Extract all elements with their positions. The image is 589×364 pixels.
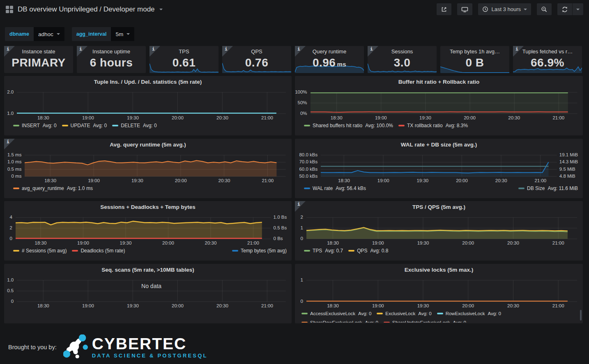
- info-fold: [368, 46, 378, 57]
- navbar: DB overview Unprivileged / Developer mod…: [0, 0, 589, 18]
- panel-info-icon[interactable]: i: [513, 46, 524, 57]
- chart-panel-query-runtime: iAvg. query runtime (5m avg.)1.5 ms1.0 m…: [4, 139, 292, 198]
- legend-item-wal-rate[interactable]: WAL rateAvg: 56.4 kBs: [304, 184, 366, 193]
- x-axis-tick: 21:00: [243, 240, 263, 245]
- stat-value: 0.76: [222, 56, 291, 69]
- chart-panel-tuple-stats: Tuple Ins. / Upd. / Del. statistics (5m …: [4, 76, 292, 135]
- panel-info-icon[interactable]: i: [222, 46, 233, 57]
- legend-query-runtime: avg_query_runtimeAvg: 1.0 ms: [13, 184, 286, 193]
- plot-area-tuple-stats[interactable]: [17, 92, 286, 114]
- plot-area-query-runtime[interactable]: [25, 155, 286, 177]
- legend-item-temp-bytes-5m-avg[interactable]: Temp bytes (5m avg): [232, 248, 287, 254]
- x-axis-tick: 18:30: [33, 115, 53, 120]
- chart-title-tps-qps[interactable]: TPS / QPS (5m avg.): [295, 204, 583, 210]
- dashboards-grid-icon[interactable]: [6, 6, 13, 13]
- title-caret-icon[interactable]: [159, 9, 163, 10]
- legend-series-name: TPS: [313, 246, 322, 255]
- zoom-out-icon: [541, 6, 548, 13]
- legend-item-deadlocks-5m-rate[interactable]: Deadlocks (5m rate): [72, 246, 125, 255]
- x-axis-tick: 19:30: [413, 303, 433, 308]
- legend-item-db-size[interactable]: DB SizeAvg: 11.6 MiB: [518, 185, 578, 191]
- x-axis-tick: 21:00: [531, 178, 550, 183]
- x-axis-tick: 20:30: [201, 240, 221, 245]
- legend-scrollbar[interactable]: [580, 310, 582, 321]
- panel-info-icon[interactable]: i: [368, 46, 378, 57]
- stat-panel-tps: iTPS0.61: [150, 46, 219, 73]
- panel-info-icon[interactable]: i: [295, 46, 306, 57]
- legend-item-insert[interactable]: INSERTAvg: 0: [13, 121, 57, 130]
- plot-area-buffer-hit[interactable]: [311, 92, 577, 114]
- legend-item-tx-rollback-ratio[interactable]: TX rollback ratioAvg: 8.3%: [398, 121, 468, 130]
- cybertec-molecule-icon: [63, 334, 88, 360]
- legend-item-rowexclusivelock[interactable]: RowExclusiveLockAvg: 0: [437, 309, 501, 318]
- chart-panel-locks: Exclusive locks (5m max.)1018:3019:0019:…: [295, 264, 583, 323]
- series-swatch-icon: [304, 250, 310, 252]
- panel-info-icon[interactable]: i: [4, 46, 15, 57]
- y-axis-tick: 1.0: [4, 111, 14, 116]
- info-fold: [295, 46, 306, 57]
- legend-item-sessions-5m-avg[interactable]: # Sessions (5m avg): [13, 246, 67, 255]
- legend-item-sharerowexclusivelock[interactable]: ShareRowExclusiveLockAvg: 0: [301, 318, 378, 323]
- info-fold: [295, 201, 306, 212]
- variable-dbname-value[interactable]: adhoc: [34, 27, 64, 41]
- panel-info-icon[interactable]: i: [77, 46, 87, 57]
- y-axis-tick: 0 ms: [4, 174, 21, 179]
- legend-item-update[interactable]: UPDATEAvg: 0: [62, 121, 107, 130]
- chart-panel-tps-qps: iTPS / QPS (5m avg.)21018:3019:0019:3020…: [295, 201, 583, 261]
- legend-item-qps[interactable]: QPSAvg: 0.8: [348, 246, 388, 255]
- x-axis-tick: 20:00: [168, 303, 187, 308]
- zoom-out-button[interactable]: [537, 3, 552, 15]
- legend-series-name: QPS: [357, 246, 367, 255]
- stat-value: 0 B: [440, 56, 509, 69]
- chart-title-wal-rate[interactable]: WAL rate + DB size (5m avg.): [295, 142, 583, 148]
- info-i-glyph: i: [297, 201, 300, 207]
- y-axis-tick: 0.5: [4, 288, 14, 293]
- stat-panel-instance-uptime: iInstance uptime6 hours: [77, 46, 146, 73]
- legend-item-exclusivelock[interactable]: ExclusiveLockAvg: 0: [377, 309, 431, 318]
- chart-title-locks[interactable]: Exclusive locks (5m max.): [295, 267, 583, 273]
- series-swatch-icon: [13, 125, 19, 126]
- x-axis-tick: 18:30: [323, 303, 343, 308]
- panel-info-icon[interactable]: i: [4, 139, 15, 149]
- x-axis-tick: 20:00: [458, 240, 478, 245]
- variable-agg-interval-value[interactable]: 5m: [111, 27, 134, 41]
- y-axis-right-tick: 1.0 Bs: [274, 215, 292, 220]
- legend-tps-qps: TPSAvg: 0.7QPSAvg: 0.8: [304, 246, 577, 255]
- panel-info-icon[interactable]: i: [150, 46, 160, 57]
- legend-series-name: INSERT: [22, 121, 40, 130]
- plot-area-sessions[interactable]: [16, 217, 271, 240]
- refresh-interval-dropdown[interactable]: [572, 3, 583, 15]
- y-axis-tick: 0: [4, 299, 14, 304]
- legend-series-name: RowExclusiveLock: [446, 309, 485, 318]
- share-button[interactable]: [437, 3, 451, 15]
- x-axis-tick: 20:30: [491, 178, 511, 183]
- legend-item-delete[interactable]: DELETEAvg: 0: [112, 121, 157, 130]
- dashboard-title[interactable]: DB overview Unprivileged / Developer mod…: [18, 5, 155, 14]
- legend-item-accessexclusivelock[interactable]: AccessExclusiveLockAvg: 0: [301, 309, 371, 318]
- x-axis-tick: 20:00: [168, 115, 187, 120]
- stat-title[interactable]: Temp bytes 1h avg…: [440, 48, 509, 55]
- legend-item-shared-buffers-hit-ratio[interactable]: Shared buffers hit ratioAvg: 100.0%: [304, 121, 393, 130]
- legend-right-sessions: Temp bytes (5m avg): [232, 246, 287, 255]
- plot-area-tps-qps[interactable]: [306, 217, 577, 240]
- plot-area-wal-rate[interactable]: [321, 155, 557, 177]
- chart-title-sessions[interactable]: Sessions + Deadlocks + Temp bytes: [4, 204, 292, 210]
- series-swatch-icon: [301, 313, 308, 314]
- chart-title-seq-scans[interactable]: Seq. scans (5m rate, >10MB tables): [4, 267, 292, 273]
- legend-item-avg-query-runtime[interactable]: avg_query_runtimeAvg: 1.0 ms: [13, 184, 93, 193]
- chart-title-buffer-hit[interactable]: Buffer hit ratio + Rollback ratio: [295, 79, 583, 85]
- legend-item-tps[interactable]: TPSAvg: 0.7: [304, 246, 343, 255]
- x-axis-tick: 20:00: [171, 178, 191, 183]
- info-i-glyph: i: [297, 46, 300, 52]
- series-line-tx-rollback-ratio: [311, 112, 568, 112]
- legend-item-shareupdateexclusivelock[interactable]: ShareUpdateExclusiveLockAvg: 0: [384, 318, 466, 323]
- legend-series-avg: Avg: 56.4 kBs: [336, 184, 366, 193]
- chart-title-query-runtime[interactable]: Avg. query runtime (5m avg.): [4, 142, 292, 148]
- time-range-picker[interactable]: Last 3 hours: [478, 3, 531, 15]
- plot-area-locks[interactable]: [306, 280, 577, 302]
- dbname-caret-icon: [57, 33, 60, 35]
- chart-title-tuple-stats[interactable]: Tuple Ins. / Upd. / Del. statistics (5m …: [4, 79, 292, 85]
- tv-kiosk-button[interactable]: [457, 3, 472, 15]
- panel-info-icon[interactable]: i: [295, 201, 306, 212]
- refresh-button[interactable]: [557, 3, 572, 15]
